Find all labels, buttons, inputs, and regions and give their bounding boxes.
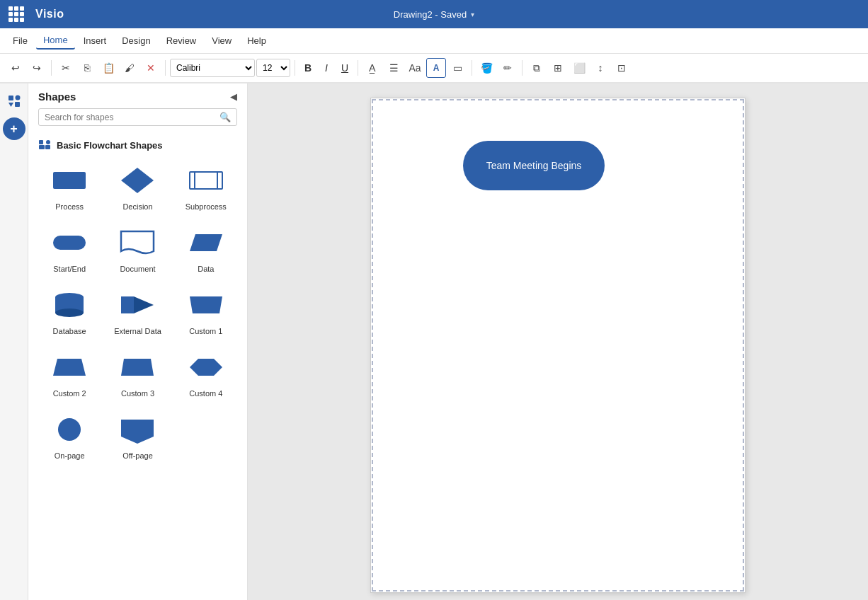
separator-1	[51, 60, 52, 76]
redo-button[interactable]: ↪	[27, 58, 47, 78]
text-size-button[interactable]: Aa	[405, 58, 425, 78]
shape-database-icon	[48, 287, 91, 323]
shape-externaldata-icon	[116, 287, 159, 323]
shapes-panel-toggle[interactable]	[3, 89, 25, 112]
shape-startend[interactable]: Start/End	[38, 221, 101, 277]
position-button[interactable]: ↕	[590, 58, 610, 78]
undo-button[interactable]: ↩	[6, 58, 25, 78]
main-content: + Shapes ◀ 🔍 Basic Flowchart Shapes	[0, 83, 868, 600]
svg-marker-9	[121, 168, 154, 193]
search-box: 🔍	[38, 108, 237, 126]
cut-button[interactable]: ✂	[56, 58, 76, 78]
shape-subprocess-icon	[185, 163, 227, 198]
menu-help[interactable]: Help	[240, 33, 273, 49]
svg-marker-18	[190, 296, 222, 313]
separator-2	[165, 60, 166, 76]
font-size-combo: 12	[256, 59, 290, 77]
canvas-area[interactable]: Team Meeting Begins	[248, 83, 868, 600]
svg-point-5	[46, 140, 50, 144]
shape-offpage-label: Off-page	[122, 451, 153, 460]
svg-rect-3	[15, 102, 20, 107]
shape-document[interactable]: Document	[106, 221, 169, 277]
menu-home[interactable]: Home	[36, 32, 75, 50]
svg-marker-19	[53, 359, 86, 376]
drawing-canvas[interactable]: Team Meeting Begins	[370, 98, 746, 593]
shape-externaldata-label: External Data	[114, 327, 161, 335]
group-button[interactable]: ⊞	[548, 58, 568, 78]
clear-button[interactable]: ✕	[141, 58, 161, 78]
title-bar: Visio Drawing2 - Saved ▾	[0, 0, 868, 28]
shape-subprocess[interactable]: Subprocess	[175, 158, 237, 215]
left-icons-panel: +	[0, 83, 28, 600]
svg-rect-8	[53, 172, 86, 189]
category-name: Basic Flowchart Shapes	[57, 140, 163, 151]
shape-process[interactable]: Process	[38, 158, 101, 215]
svg-point-17	[55, 308, 84, 317]
menu-view[interactable]: View	[205, 33, 239, 49]
svg-marker-2	[8, 103, 13, 107]
shape-decision-label: Decision	[122, 202, 152, 211]
shapes-panel: Shapes ◀ 🔍 Basic Flowchart Shapes	[28, 83, 248, 600]
shape-onpage[interactable]: On-page	[38, 408, 101, 464]
shape-custom3-icon	[116, 350, 159, 385]
shape-externaldata[interactable]: External Data	[106, 283, 169, 340]
paste-button[interactable]: 📋	[98, 58, 118, 78]
shape-custom3[interactable]: Custom 3	[106, 345, 169, 402]
shape-data[interactable]: Data	[175, 221, 237, 277]
shape-custom2[interactable]: Custom 2	[38, 345, 101, 402]
size-button[interactable]: ⊡	[612, 58, 632, 78]
menu-design[interactable]: Design	[115, 33, 157, 49]
shape-startend-icon	[48, 225, 91, 260]
font-color-button[interactable]: A̲	[362, 58, 382, 78]
line-color-button[interactable]: ✏	[498, 58, 518, 78]
team-meeting-shape[interactable]: Team Meeting Begins	[463, 141, 605, 190]
svg-rect-6	[39, 145, 45, 149]
order-button[interactable]: ⬜	[569, 58, 589, 78]
collapse-panel-button[interactable]: ◀	[230, 91, 237, 102]
bold-button[interactable]: B	[299, 58, 316, 78]
shape-custom4-icon	[185, 350, 227, 385]
shape-decision[interactable]: Decision	[106, 158, 169, 215]
shape-offpage[interactable]: Off-page	[106, 408, 169, 464]
format-painter-button[interactable]: 🖌	[120, 58, 139, 78]
shape-onpage-icon	[48, 412, 91, 447]
app-grid-icon[interactable]	[8, 6, 24, 22]
menu-file[interactable]: File	[6, 33, 35, 49]
category-icon	[38, 137, 51, 153]
shape-data-icon	[185, 225, 227, 260]
separator-4	[358, 60, 358, 76]
shape-custom1[interactable]: Custom 1	[175, 283, 237, 340]
arrange-button[interactable]: ⧉	[527, 58, 547, 78]
svg-point-21	[58, 418, 81, 441]
doc-title-chevron[interactable]: ▾	[471, 11, 474, 18]
shape-custom4[interactable]: Custom 4	[175, 345, 237, 402]
underline-button[interactable]: U	[336, 58, 353, 78]
shapes-panel-header: Shapes ◀	[28, 83, 247, 108]
doc-title: Drawing2 - Saved ▾	[394, 9, 474, 20]
font-select[interactable]: Calibri	[170, 59, 255, 77]
shape-custom2-label: Custom 2	[53, 389, 86, 398]
text-box-button[interactable]: A	[426, 58, 446, 78]
shape-database[interactable]: Database	[38, 283, 101, 340]
svg-rect-13	[53, 236, 86, 250]
shape-decision-icon	[116, 163, 159, 198]
align-button[interactable]: ☰	[384, 58, 404, 78]
shapes-grid: Process Decision Subprocess	[28, 158, 247, 474]
shape-data-label: Data	[198, 265, 214, 273]
shape-custom1-icon	[185, 287, 227, 323]
shape-onpage-label: On-page	[55, 451, 85, 460]
search-input[interactable]	[45, 112, 215, 122]
fill-button[interactable]: 🪣	[476, 58, 496, 78]
app-name: Visio	[35, 8, 64, 21]
font-size-select[interactable]: 12	[256, 59, 290, 77]
add-shapes-button[interactable]: +	[3, 117, 25, 140]
shape-style-button[interactable]: ▭	[447, 58, 467, 78]
menu-insert[interactable]: Insert	[76, 33, 114, 49]
italic-button[interactable]: I	[318, 58, 335, 78]
menu-review[interactable]: Review	[159, 33, 204, 49]
copy-button[interactable]: ⎘	[77, 58, 97, 78]
shape-document-icon	[116, 225, 159, 260]
shape-document-label: Document	[120, 265, 155, 273]
svg-rect-4	[39, 140, 43, 144]
shape-custom1-label: Custom 1	[189, 327, 222, 335]
